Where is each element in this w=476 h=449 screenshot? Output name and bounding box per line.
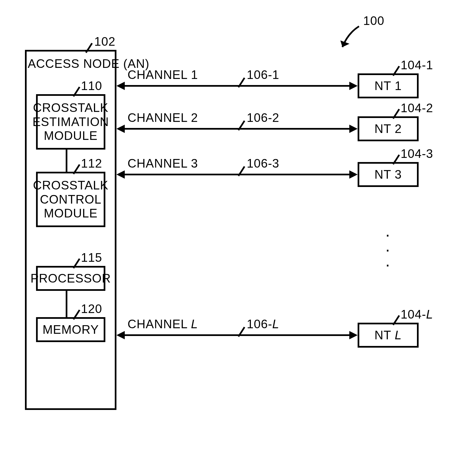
nt-L-ref: 104-L (401, 307, 433, 321)
nt-3-label: NT 3 (372, 166, 404, 183)
crosstalk-estimation-box: CROSSTALK ESTIMATION MODULE (36, 94, 105, 150)
svg-marker-4 (116, 82, 125, 90)
channel-2-label: CHANNEL 2 (128, 111, 198, 125)
crosstalk-control-ref: 112 (81, 156, 102, 170)
crosstalk-control-box: CROSSTALK CONTROL MODULE (36, 172, 105, 227)
nt-3-box: NT 3 (358, 162, 419, 187)
memory-box: MEMORY (36, 317, 105, 342)
svg-marker-13 (116, 331, 125, 339)
nt-L-label: NT L (372, 327, 404, 343)
svg-marker-5 (349, 82, 358, 90)
svg-marker-8 (349, 125, 358, 133)
channel-1-ref: 106-1 (247, 68, 279, 82)
system-ref-label: 100 (363, 14, 384, 28)
nt-1-ref: 104-1 (401, 58, 433, 72)
crosstalk-control-label: CROSSTALK CONTROL MODULE (31, 177, 111, 222)
svg-marker-7 (116, 125, 125, 133)
nt-1-label: NT 1 (372, 78, 404, 94)
svg-marker-14 (349, 331, 358, 339)
ellipsis-dots: ··· (385, 227, 390, 272)
crosstalk-estimation-label: CROSSTALK ESTIMATION MODULE (30, 100, 111, 144)
system-ref-arrow (333, 22, 366, 55)
channel-L-arrow (116, 330, 358, 341)
processor-box: PROCESSOR (36, 266, 105, 291)
channel-1-label: CHANNEL 1 (128, 68, 198, 82)
nt-2-label: NT 2 (372, 121, 404, 137)
nt-L-box: NT L (358, 323, 419, 348)
channel-1-arrow (116, 80, 358, 91)
processor-label: PROCESSOR (28, 270, 113, 287)
svg-marker-10 (116, 170, 125, 179)
svg-marker-0 (338, 40, 350, 49)
channel-3-label: CHANNEL 3 (128, 156, 198, 170)
nt-2-box: NT 2 (358, 116, 419, 141)
nt-2-ref: 104-2 (401, 101, 433, 115)
channel-3-ref: 106-3 (247, 156, 279, 170)
svg-marker-11 (349, 170, 358, 179)
nt-3-ref: 104-3 (401, 147, 433, 161)
nt-1-box: NT 1 (358, 73, 419, 98)
access-node-title: ACCESS NODE (AN) (28, 57, 114, 71)
channel-L-ref: 106-L (247, 317, 279, 331)
processor-ref: 115 (81, 251, 102, 265)
channel-2-arrow (116, 123, 358, 134)
memory-ref: 120 (81, 302, 102, 316)
crosstalk-estimation-ref: 110 (81, 79, 102, 93)
memory-label: MEMORY (40, 322, 101, 338)
channel-L-label: CHANNEL L (128, 317, 198, 331)
channel-3-arrow (116, 169, 358, 180)
channel-2-ref: 106-2 (247, 111, 279, 125)
access-node-ref: 102 (94, 35, 115, 48)
